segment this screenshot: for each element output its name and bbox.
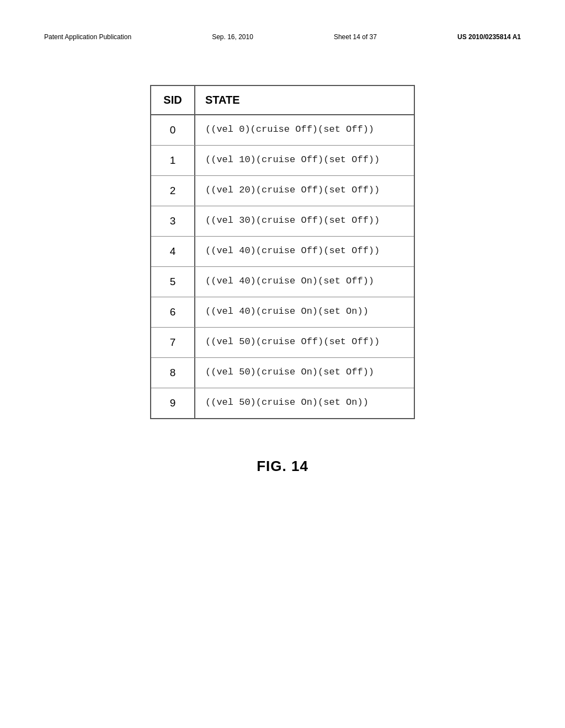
state-cell: ((vel 40)(cruise On)(set On)) — [195, 297, 414, 327]
figure-caption: FIG. 14 — [257, 458, 308, 475]
date-label: Sep. 16, 2010 — [212, 33, 253, 41]
publication-label: Patent Application Publication — [44, 33, 131, 41]
state-column-header: STATE — [195, 86, 414, 114]
table-row: 2 ((vel 20)(cruise Off)(set Off)) — [151, 176, 414, 206]
sid-cell: 9 — [151, 388, 195, 418]
patent-number-label: US 2010/0235814 A1 — [457, 33, 521, 41]
table-row: 7 ((vel 50)(cruise Off)(set Off)) — [151, 328, 414, 358]
table-row: 3 ((vel 30)(cruise Off)(set Off)) — [151, 206, 414, 237]
state-cell: ((vel 50)(cruise On)(set Off)) — [195, 358, 414, 388]
table-row: 0 ((vel 0)(cruise Off)(set Off)) — [151, 115, 414, 146]
sid-cell: 2 — [151, 176, 195, 206]
table-row: 4 ((vel 40)(cruise Off)(set Off)) — [151, 237, 414, 267]
main-content: SID STATE 0 ((vel 0)(cruise Off)(set Off… — [44, 85, 521, 475]
table-header-row: SID STATE — [151, 86, 414, 115]
table-row: 5 ((vel 40)(cruise On)(set Off)) — [151, 267, 414, 297]
state-cell: ((vel 50)(cruise Off)(set Off)) — [195, 328, 414, 357]
state-cell: ((vel 40)(cruise Off)(set Off)) — [195, 237, 414, 266]
page: Patent Application Publication Sep. 16, … — [0, 0, 565, 728]
sid-cell: 8 — [151, 358, 195, 388]
table-row: 6 ((vel 40)(cruise On)(set On)) — [151, 297, 414, 328]
state-cell: ((vel 10)(cruise Off)(set Off)) — [195, 146, 414, 175]
page-header: Patent Application Publication Sep. 16, … — [44, 33, 521, 41]
sid-cell: 1 — [151, 146, 195, 175]
sid-cell: 5 — [151, 267, 195, 297]
sid-cell: 4 — [151, 237, 195, 266]
state-cell: ((vel 20)(cruise Off)(set Off)) — [195, 176, 414, 206]
table-row: 9 ((vel 50)(cruise On)(set On)) — [151, 388, 414, 418]
state-cell: ((vel 30)(cruise Off)(set Off)) — [195, 206, 414, 236]
sid-cell: 0 — [151, 115, 195, 145]
sid-column-header: SID — [151, 86, 195, 114]
sheet-label: Sheet 14 of 37 — [334, 33, 377, 41]
sid-cell: 3 — [151, 206, 195, 236]
table-row: 1 ((vel 10)(cruise Off)(set Off)) — [151, 146, 414, 176]
sid-cell: 6 — [151, 297, 195, 327]
state-cell: ((vel 50)(cruise On)(set On)) — [195, 388, 414, 418]
state-cell: ((vel 0)(cruise Off)(set Off)) — [195, 115, 414, 145]
states-table: SID STATE 0 ((vel 0)(cruise Off)(set Off… — [150, 85, 415, 419]
sid-cell: 7 — [151, 328, 195, 357]
table-row: 8 ((vel 50)(cruise On)(set Off)) — [151, 358, 414, 388]
state-cell: ((vel 40)(cruise On)(set Off)) — [195, 267, 414, 297]
